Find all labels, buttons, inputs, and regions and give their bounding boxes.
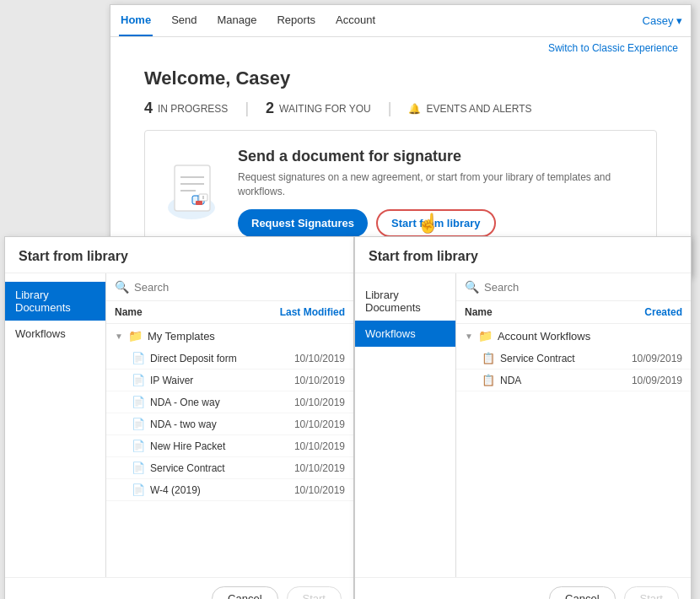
stat-in-progress-label: IN PROGRESS bbox=[158, 103, 228, 115]
right-file-row-1[interactable]: 📋 NDA 10/09/2019 bbox=[456, 370, 691, 391]
left-file-list: ▼ 📁 My Templates 📄 Direct Deposit form 1… bbox=[106, 324, 353, 577]
left-list-header: Name Last Modified bbox=[106, 301, 353, 324]
right-search-icon: 🔍 bbox=[465, 280, 479, 294]
right-folder-row[interactable]: ▼ 📁 Account Workflows bbox=[456, 324, 691, 348]
left-search-input[interactable] bbox=[134, 281, 345, 294]
left-file-icon-5: 📄 bbox=[132, 461, 145, 474]
right-sidebar-library-docs[interactable]: Library Documents bbox=[355, 282, 455, 321]
right-header-name: Name bbox=[465, 306, 493, 318]
stat-divider-1: | bbox=[245, 100, 249, 117]
left-file-row-4[interactable]: 📄 New Hire Packet 10/10/2019 bbox=[106, 435, 353, 457]
left-file-row-3[interactable]: 📄 NDA - two way 10/10/2019 bbox=[106, 413, 353, 435]
left-cancel-button[interactable]: Cancel bbox=[212, 586, 277, 599]
navbar: Home Send Manage Reports Account Casey ▾ bbox=[110, 5, 691, 37]
right-sidebar-workflows[interactable]: Workflows bbox=[355, 321, 455, 347]
send-desc: Request signatures on a new agreement, o… bbox=[238, 170, 639, 199]
welcome-title: Welcome, Casey bbox=[144, 67, 657, 89]
request-signatures-button[interactable]: Request Signatures bbox=[238, 209, 368, 237]
nav-send[interactable]: Send bbox=[170, 5, 198, 36]
left-sidebar-library-docs[interactable]: Library Documents bbox=[5, 282, 105, 321]
left-search-icon: 🔍 bbox=[115, 280, 129, 294]
stat-events[interactable]: 🔔 EVENTS AND ALERTS bbox=[408, 103, 531, 115]
right-file-icon-0: 📋 bbox=[482, 352, 495, 364]
right-file-row-0[interactable]: 📋 Service Contract 10/09/2019 bbox=[456, 348, 691, 370]
left-panel: Start from library Library Documents Wor… bbox=[4, 236, 354, 599]
nav-home[interactable]: Home bbox=[119, 5, 153, 36]
left-search-bar: 🔍 bbox=[106, 273, 353, 301]
left-file-icon-6: 📄 bbox=[132, 483, 145, 496]
stat-in-progress-number: 4 bbox=[144, 100, 153, 117]
left-folder-icon: 📁 bbox=[128, 329, 143, 343]
left-file-date-4: 10/10/2019 bbox=[294, 440, 345, 452]
right-file-name-1: NDA bbox=[500, 375, 632, 386]
right-list-header: Name Created bbox=[456, 301, 691, 324]
svg-rect-9 bbox=[196, 201, 202, 205]
left-panel-header: Start from library bbox=[5, 237, 353, 273]
left-file-date-5: 10/10/2019 bbox=[294, 462, 345, 474]
right-panel-header: Start from library bbox=[355, 237, 691, 273]
left-panel-sidebar: Library Documents Workflows bbox=[5, 273, 106, 577]
right-search-input[interactable] bbox=[484, 281, 682, 294]
left-file-row-1[interactable]: 📄 IP Waiver 10/10/2019 bbox=[106, 370, 353, 391]
stat-waiting-number: 2 bbox=[266, 100, 274, 117]
left-file-name-2: NDA - One way bbox=[150, 397, 294, 408]
left-file-name-1: IP Waiver bbox=[150, 375, 294, 386]
left-file-row-5[interactable]: 📄 Service Contract 10/10/2019 bbox=[106, 457, 353, 479]
left-folder-row[interactable]: ▼ 📁 My Templates bbox=[106, 324, 353, 348]
send-actions: Request Signatures Start from library bbox=[238, 209, 639, 237]
right-search-bar: 🔍 bbox=[456, 273, 691, 301]
left-file-name-5: Service Contract bbox=[150, 462, 294, 474]
left-file-icon-3: 📄 bbox=[132, 418, 145, 430]
nav-reports[interactable]: Reports bbox=[275, 5, 317, 36]
right-file-list: ▼ 📁 Account Workflows 📋 Service Contract… bbox=[456, 324, 691, 577]
right-folder-icon: 📁 bbox=[478, 329, 493, 343]
nav-account[interactable]: Account bbox=[334, 5, 377, 36]
right-header-date: Created bbox=[644, 306, 682, 318]
right-panel-footer: Cancel Start bbox=[355, 577, 691, 599]
right-file-name-0: Service Contract bbox=[500, 353, 632, 364]
left-file-name-6: W-4 (2019) bbox=[150, 484, 294, 496]
left-collapse-icon: ▼ bbox=[115, 332, 123, 341]
send-content: Send a document for signature Request si… bbox=[238, 148, 639, 237]
classic-link[interactable]: Switch to Classic Experience bbox=[110, 37, 691, 59]
left-file-icon-4: 📄 bbox=[132, 440, 145, 452]
left-file-row-6[interactable]: 📄 W-4 (2019) 10/10/2019 bbox=[106, 479, 353, 501]
right-start-button: Start bbox=[624, 586, 679, 599]
left-file-name-4: New Hire Packet bbox=[150, 440, 294, 452]
left-file-name-0: Direct Deposit form bbox=[150, 353, 294, 364]
stat-events-label: EVENTS AND ALERTS bbox=[426, 103, 531, 115]
left-file-date-1: 10/10/2019 bbox=[294, 375, 345, 386]
start-from-library-button[interactable]: Start from library bbox=[376, 209, 495, 237]
left-panel-content: 🔍 Name Last Modified ▼ 📁 My Templates 📄 … bbox=[106, 273, 353, 577]
user-menu[interactable]: Casey ▾ bbox=[643, 14, 682, 27]
left-file-date-2: 10/10/2019 bbox=[294, 397, 345, 408]
nav-manage[interactable]: Manage bbox=[216, 5, 259, 36]
left-header-name: Name bbox=[115, 306, 143, 318]
right-cancel-button[interactable]: Cancel bbox=[549, 586, 615, 599]
left-file-date-3: 10/10/2019 bbox=[294, 418, 345, 430]
right-file-date-0: 10/09/2019 bbox=[632, 353, 682, 364]
nav-items: Home Send Manage Reports Account bbox=[119, 5, 643, 36]
left-file-row-2[interactable]: 📄 NDA - One way 10/10/2019 bbox=[106, 391, 353, 413]
stat-waiting[interactable]: 2 WAITING FOR YOU bbox=[266, 100, 371, 117]
right-panel-content: 🔍 Name Created ▼ 📁 Account Workflows 📋 S… bbox=[456, 273, 691, 577]
left-panel-footer: Cancel Start bbox=[5, 577, 353, 599]
stat-in-progress[interactable]: 4 IN PROGRESS bbox=[144, 100, 228, 117]
left-sidebar-workflows[interactable]: Workflows bbox=[5, 321, 105, 347]
left-file-date-0: 10/10/2019 bbox=[294, 353, 345, 364]
send-title: Send a document for signature bbox=[238, 148, 639, 165]
stats-bar: 4 IN PROGRESS | 2 WAITING FOR YOU | 🔔 EV… bbox=[144, 100, 657, 117]
left-file-date-6: 10/10/2019 bbox=[294, 484, 345, 496]
stat-waiting-label: WAITING FOR YOU bbox=[279, 103, 371, 115]
right-panel-body: Library Documents Workflows 🔍 Name Creat… bbox=[355, 273, 691, 577]
left-file-name-3: NDA - two way bbox=[150, 418, 294, 430]
left-file-icon-2: 📄 bbox=[132, 396, 145, 408]
left-start-button: Start bbox=[287, 586, 342, 599]
right-panel-sidebar: Library Documents Workflows bbox=[355, 273, 456, 577]
svg-rect-1 bbox=[175, 165, 210, 211]
left-file-icon-0: 📄 bbox=[132, 352, 145, 364]
left-folder-label: My Templates bbox=[148, 330, 215, 343]
left-file-row-0[interactable]: 📄 Direct Deposit form 10/10/2019 bbox=[106, 348, 353, 370]
right-panel: Start from library Library Documents Wor… bbox=[354, 236, 692, 599]
left-file-icon-1: 📄 bbox=[132, 374, 145, 386]
